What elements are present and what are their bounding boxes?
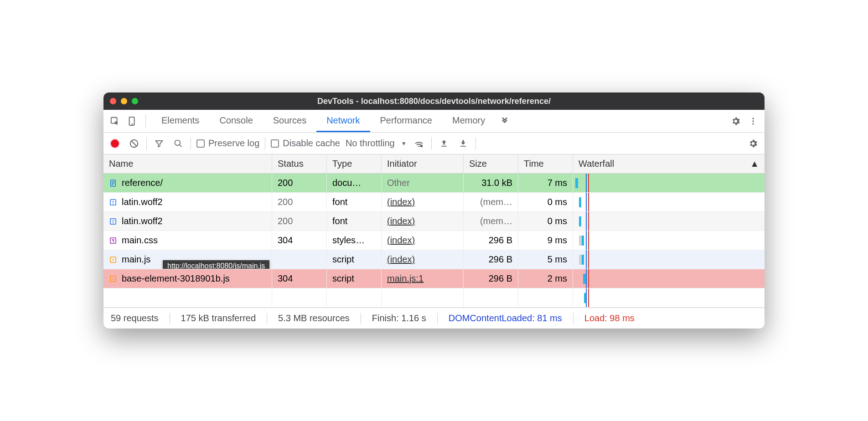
file-name: latin.woff2 — [122, 216, 163, 226]
kebab-menu-icon[interactable] — [745, 113, 761, 129]
disable-cache-checkbox[interactable]: Disable cache — [271, 138, 340, 149]
preserve-log-checkbox[interactable]: Preserve log — [196, 138, 259, 149]
cell-size: 296 B — [464, 231, 518, 250]
clear-icon[interactable] — [127, 137, 141, 150]
svg-point-23 — [113, 259, 114, 260]
cell-time: 0 ms — [518, 212, 573, 231]
cell-size: 31.0 kB — [464, 174, 518, 192]
cell-name: main.jshttp://localhost:8080/js/main.js — [103, 250, 272, 269]
close-window-button[interactable] — [110, 98, 116, 104]
cell-status: 200 — [272, 193, 327, 211]
cell-waterfall — [573, 174, 765, 192]
download-har-icon[interactable] — [456, 137, 470, 150]
svg-line-9 — [180, 144, 182, 147]
table-row[interactable]: main.css304styles…(index)296 B9 ms — [103, 231, 765, 250]
throttling-value: No throttling — [346, 138, 395, 149]
network-conditions-icon[interactable] — [412, 137, 426, 150]
separator — [265, 137, 265, 150]
network-table: Name Status Type Initiator Size Time Wat… — [103, 154, 765, 308]
css-file-icon — [109, 236, 117, 245]
titlebar: DevTools - localhost:8080/docs/devtools/… — [103, 92, 765, 110]
separator — [146, 137, 147, 150]
table-row[interactable]: base-element-3018901b.js304scriptmain.js… — [103, 269, 765, 288]
separator — [145, 115, 146, 128]
cell-initiator[interactable]: (index) — [382, 231, 464, 250]
tab-memory[interactable]: Memory — [442, 110, 495, 132]
col-type[interactable]: Type — [327, 154, 382, 173]
cell-time: 2 ms — [518, 269, 573, 288]
throttling-dropdown[interactable]: No throttling ▼ — [346, 138, 407, 149]
caret-down-icon: ▼ — [401, 140, 407, 147]
svg-point-8 — [175, 140, 181, 145]
cell-type: script — [327, 250, 382, 269]
separator — [431, 137, 432, 150]
cell-initiator[interactable]: (index) — [382, 212, 464, 231]
col-waterfall[interactable]: Waterfall ▲ — [573, 154, 765, 173]
cell-waterfall — [573, 269, 765, 288]
cell-status: 200 — [272, 174, 327, 192]
col-status[interactable]: Status — [272, 154, 327, 173]
file-name: base-element-3018901b.js — [122, 273, 230, 284]
tab-elements[interactable]: Elements — [151, 110, 209, 132]
js-file-icon — [109, 275, 117, 283]
table-row[interactable]: reference/200docu…Other31.0 kB7 ms — [103, 174, 765, 193]
tab-console[interactable]: Console — [209, 110, 263, 132]
cell-time: 0 ms — [518, 193, 573, 211]
cell-type: font — [327, 193, 382, 211]
settings-icon[interactable] — [728, 113, 744, 129]
tab-sources[interactable]: Sources — [263, 110, 316, 132]
tab-network[interactable]: Network — [316, 110, 370, 132]
file-name: main.css — [122, 235, 158, 246]
device-toolbar-icon[interactable] — [124, 113, 140, 129]
maximize-window-button[interactable] — [132, 98, 138, 104]
svg-text:T: T — [112, 219, 114, 224]
col-name[interactable]: Name — [103, 154, 272, 173]
cell-initiator[interactable]: main.js:1 — [382, 269, 464, 288]
svg-text:T: T — [112, 200, 114, 205]
record-button[interactable] — [108, 137, 122, 150]
filter-icon[interactable] — [152, 137, 166, 150]
search-icon[interactable] — [171, 137, 185, 150]
table-header: Name Status Type Initiator Size Time Wat… — [103, 154, 765, 174]
cell-initiator[interactable]: (index) — [382, 250, 464, 269]
network-settings-icon[interactable] — [746, 137, 760, 150]
status-transferred: 175 kB transferred — [181, 313, 256, 323]
cell-waterfall — [573, 231, 765, 250]
table-row[interactable]: main.jshttp://localhost:8080/js/main.jss… — [103, 250, 765, 269]
cell-size: (mem… — [464, 193, 518, 211]
panel-tabbar: ElementsConsoleSourcesNetworkPerformance… — [103, 110, 765, 133]
svg-rect-12 — [460, 146, 466, 147]
window-title: DevTools - localhost:8080/docs/devtools/… — [317, 97, 551, 106]
file-name: main.js — [122, 254, 150, 265]
cell-type: styles… — [327, 231, 382, 250]
devtools-window: DevTools - localhost:8080/docs/devtools/… — [103, 92, 765, 329]
minimize-window-button[interactable] — [121, 98, 127, 104]
cell-type: font — [327, 212, 382, 231]
svg-point-5 — [752, 123, 754, 124]
font-file-icon: T — [109, 198, 117, 206]
disable-cache-label: Disable cache — [283, 138, 340, 149]
col-size[interactable]: Size — [464, 154, 518, 173]
cell-status: 200 — [272, 212, 327, 231]
cell-name: Tlatin.woff2 — [103, 212, 272, 231]
table-row[interactable]: Tlatin.woff2200font(index)(mem…0 ms — [103, 212, 765, 231]
upload-har-icon[interactable] — [437, 137, 451, 150]
svg-point-10 — [420, 144, 423, 147]
separator — [191, 137, 191, 150]
svg-line-7 — [132, 141, 137, 146]
cell-waterfall — [573, 212, 765, 231]
cell-type: docu… — [327, 174, 382, 192]
col-initiator[interactable]: Initiator — [382, 154, 464, 173]
more-tabs-icon[interactable] — [497, 113, 512, 129]
col-time[interactable]: Time — [518, 154, 573, 173]
inspect-element-icon[interactable] — [107, 113, 123, 129]
svg-point-25 — [113, 278, 114, 279]
cell-status: 304 — [272, 231, 327, 250]
cell-initiator[interactable]: (index) — [382, 193, 464, 211]
table-row[interactable]: Tlatin.woff2200font(index)(mem…0 ms — [103, 193, 765, 212]
font-file-icon: T — [109, 217, 117, 226]
cell-time: 9 ms — [518, 231, 573, 250]
traffic-lights — [110, 98, 138, 104]
preserve-log-label: Preserve log — [208, 138, 259, 149]
tab-performance[interactable]: Performance — [370, 110, 443, 132]
